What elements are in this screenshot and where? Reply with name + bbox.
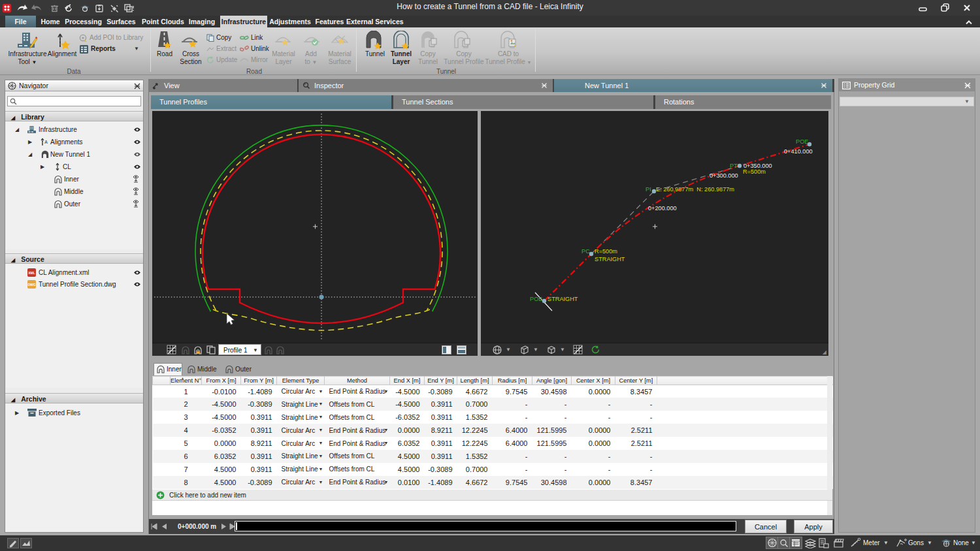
svg-text:E: 260.9877m N: 260.9877m: E: 260.9877m N: 260.9877m xyxy=(656,186,734,193)
svg-text:0+350.000: 0+350.000 xyxy=(743,163,772,169)
svg-text:0+410.000: 0+410.000 xyxy=(784,148,813,155)
svg-text:STRAIGHT: STRAIGHT xyxy=(547,296,578,302)
svg-text:PI: PI xyxy=(645,186,651,193)
svg-text:0+200.000: 0+200.000 xyxy=(648,205,677,212)
svg-text:0+300.000: 0+300.000 xyxy=(710,172,738,179)
svg-text:PC: PC xyxy=(581,248,590,255)
svg-text:STRAIGHT: STRAIGHT xyxy=(595,256,625,262)
svg-text:POE: POE xyxy=(796,138,808,145)
svg-text:XML: XML xyxy=(28,271,35,275)
svg-text:R=500m: R=500m xyxy=(595,248,617,255)
svg-text:PT: PT xyxy=(730,163,738,169)
svg-text:POB: POB xyxy=(530,296,542,302)
svg-text:DWG: DWG xyxy=(27,283,35,287)
svg-text:A: A xyxy=(44,140,48,144)
svg-text:R=500m: R=500m xyxy=(743,168,766,175)
